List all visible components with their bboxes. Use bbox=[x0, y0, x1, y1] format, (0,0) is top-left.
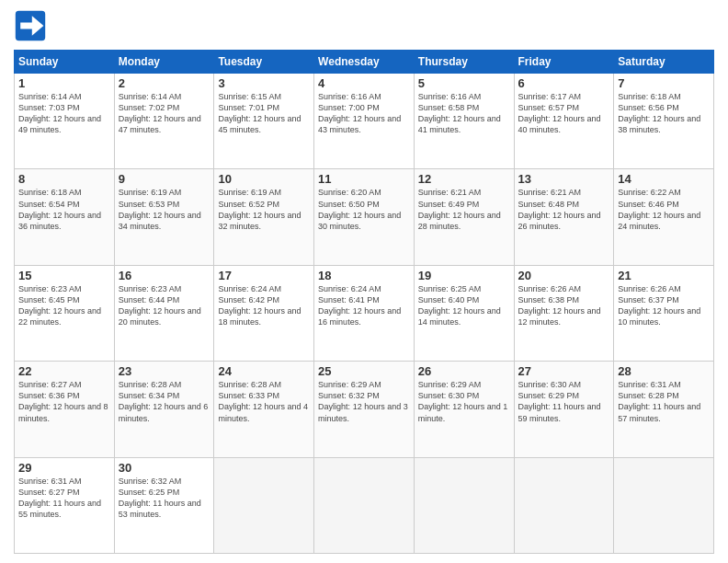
day-info: Sunrise: 6:24 AMSunset: 6:42 PMDaylight:… bbox=[218, 283, 310, 328]
calendar-day-cell: 25 Sunrise: 6:29 AMSunset: 6:32 PMDaylig… bbox=[314, 362, 415, 457]
day-number: 13 bbox=[518, 172, 610, 186]
calendar-day-cell: 17 Sunrise: 6:24 AMSunset: 6:42 PMDaylig… bbox=[214, 265, 314, 361]
calendar-day-cell: 21 Sunrise: 6:26 AMSunset: 6:37 PMDaylig… bbox=[614, 265, 714, 361]
calendar-day-cell: 14 Sunrise: 6:22 AMSunset: 6:46 PMDaylig… bbox=[614, 169, 714, 265]
page: SundayMondayTuesdayWednesdayThursdayFrid… bbox=[0, 0, 728, 563]
day-info: Sunrise: 6:17 AMSunset: 6:57 PMDaylight:… bbox=[518, 91, 610, 136]
calendar-day-cell: 8 Sunrise: 6:18 AMSunset: 6:54 PMDayligh… bbox=[15, 169, 115, 265]
day-info: Sunrise: 6:14 AMSunset: 7:03 PMDaylight:… bbox=[18, 91, 110, 136]
day-number: 8 bbox=[18, 172, 110, 186]
calendar-day-cell: 2 Sunrise: 6:14 AMSunset: 7:02 PMDayligh… bbox=[114, 74, 214, 169]
day-number: 5 bbox=[418, 76, 510, 90]
header bbox=[14, 9, 714, 42]
day-number: 11 bbox=[318, 172, 410, 186]
day-number: 29 bbox=[18, 461, 110, 475]
logo-icon bbox=[14, 9, 47, 42]
day-info: Sunrise: 6:29 AMSunset: 6:32 PMDaylight:… bbox=[318, 379, 410, 424]
calendar-day-cell: 11 Sunrise: 6:20 AMSunset: 6:50 PMDaylig… bbox=[314, 169, 415, 265]
calendar-day-cell: 18 Sunrise: 6:24 AMSunset: 6:41 PMDaylig… bbox=[314, 265, 415, 361]
day-number: 14 bbox=[618, 172, 710, 186]
day-number: 10 bbox=[218, 172, 310, 186]
calendar-day-cell bbox=[414, 457, 514, 553]
calendar-day-cell: 28 Sunrise: 6:31 AMSunset: 6:28 PMDaylig… bbox=[614, 362, 714, 457]
calendar-day-cell: 12 Sunrise: 6:21 AMSunset: 6:49 PMDaylig… bbox=[414, 169, 514, 265]
calendar-day-cell: 5 Sunrise: 6:16 AMSunset: 6:58 PMDayligh… bbox=[414, 74, 514, 169]
weekday-header-cell: Tuesday bbox=[214, 51, 314, 74]
weekday-header-cell: Thursday bbox=[414, 51, 514, 74]
day-number: 4 bbox=[318, 76, 410, 90]
calendar-week-row: 22 Sunrise: 6:27 AMSunset: 6:36 PMDaylig… bbox=[15, 362, 714, 457]
weekday-header-cell: Wednesday bbox=[314, 51, 415, 74]
calendar-body: 1 Sunrise: 6:14 AMSunset: 7:03 PMDayligh… bbox=[15, 74, 714, 554]
day-info: Sunrise: 6:18 AMSunset: 6:54 PMDaylight:… bbox=[18, 187, 110, 232]
calendar-day-cell bbox=[314, 457, 415, 553]
calendar-day-cell: 9 Sunrise: 6:19 AMSunset: 6:53 PMDayligh… bbox=[114, 169, 214, 265]
day-number: 15 bbox=[18, 269, 110, 282]
calendar-day-cell: 29 Sunrise: 6:31 AMSunset: 6:27 PMDaylig… bbox=[15, 457, 115, 553]
day-info: Sunrise: 6:22 AMSunset: 6:46 PMDaylight:… bbox=[618, 187, 710, 232]
day-info: Sunrise: 6:29 AMSunset: 6:30 PMDaylight:… bbox=[418, 379, 510, 424]
calendar-day-cell: 20 Sunrise: 6:26 AMSunset: 6:38 PMDaylig… bbox=[514, 265, 614, 361]
day-info: Sunrise: 6:26 AMSunset: 6:37 PMDaylight:… bbox=[618, 283, 710, 328]
day-info: Sunrise: 6:16 AMSunset: 7:00 PMDaylight:… bbox=[318, 91, 410, 136]
calendar-day-cell: 3 Sunrise: 6:15 AMSunset: 7:01 PMDayligh… bbox=[214, 74, 314, 169]
day-number: 20 bbox=[518, 269, 610, 282]
day-number: 18 bbox=[318, 269, 410, 282]
day-number: 28 bbox=[618, 364, 710, 378]
day-info: Sunrise: 6:23 AMSunset: 6:45 PMDaylight:… bbox=[18, 283, 110, 328]
day-number: 26 bbox=[418, 364, 510, 378]
day-number: 17 bbox=[218, 269, 310, 282]
logo bbox=[14, 9, 52, 42]
weekday-header-cell: Saturday bbox=[614, 51, 714, 74]
calendar-day-cell: 24 Sunrise: 6:28 AMSunset: 6:33 PMDaylig… bbox=[214, 362, 314, 457]
day-number: 22 bbox=[18, 364, 110, 378]
day-info: Sunrise: 6:31 AMSunset: 6:27 PMDaylight:… bbox=[18, 476, 110, 521]
calendar-day-cell: 26 Sunrise: 6:29 AMSunset: 6:30 PMDaylig… bbox=[414, 362, 514, 457]
calendar-day-cell: 15 Sunrise: 6:23 AMSunset: 6:45 PMDaylig… bbox=[15, 265, 115, 361]
day-info: Sunrise: 6:27 AMSunset: 6:36 PMDaylight:… bbox=[18, 379, 110, 424]
day-number: 12 bbox=[418, 172, 510, 186]
calendar-day-cell: 19 Sunrise: 6:25 AMSunset: 6:40 PMDaylig… bbox=[414, 265, 514, 361]
day-info: Sunrise: 6:30 AMSunset: 6:29 PMDaylight:… bbox=[518, 379, 610, 424]
day-info: Sunrise: 6:26 AMSunset: 6:38 PMDaylight:… bbox=[518, 283, 610, 328]
day-number: 27 bbox=[518, 364, 610, 378]
day-number: 1 bbox=[18, 76, 110, 90]
calendar-day-cell: 7 Sunrise: 6:18 AMSunset: 6:56 PMDayligh… bbox=[614, 74, 714, 169]
weekday-header-row: SundayMondayTuesdayWednesdayThursdayFrid… bbox=[15, 51, 714, 74]
day-info: Sunrise: 6:16 AMSunset: 6:58 PMDaylight:… bbox=[418, 91, 510, 136]
day-number: 7 bbox=[618, 76, 710, 90]
day-number: 9 bbox=[119, 172, 210, 186]
weekday-header-cell: Monday bbox=[114, 51, 214, 74]
calendar-day-cell: 23 Sunrise: 6:28 AMSunset: 6:34 PMDaylig… bbox=[114, 362, 214, 457]
day-info: Sunrise: 6:21 AMSunset: 6:48 PMDaylight:… bbox=[518, 187, 610, 232]
calendar-day-cell bbox=[514, 457, 614, 553]
day-info: Sunrise: 6:25 AMSunset: 6:40 PMDaylight:… bbox=[418, 283, 510, 328]
calendar-day-cell: 1 Sunrise: 6:14 AMSunset: 7:03 PMDayligh… bbox=[15, 74, 115, 169]
day-info: Sunrise: 6:31 AMSunset: 6:28 PMDaylight:… bbox=[618, 379, 710, 424]
day-number: 23 bbox=[119, 364, 210, 378]
day-info: Sunrise: 6:18 AMSunset: 6:56 PMDaylight:… bbox=[618, 91, 710, 136]
calendar-day-cell: 27 Sunrise: 6:30 AMSunset: 6:29 PMDaylig… bbox=[514, 362, 614, 457]
day-info: Sunrise: 6:15 AMSunset: 7:01 PMDaylight:… bbox=[218, 91, 310, 136]
calendar-day-cell: 6 Sunrise: 6:17 AMSunset: 6:57 PMDayligh… bbox=[514, 74, 614, 169]
weekday-header-cell: Sunday bbox=[15, 51, 115, 74]
day-info: Sunrise: 6:20 AMSunset: 6:50 PMDaylight:… bbox=[318, 187, 410, 232]
calendar-week-row: 1 Sunrise: 6:14 AMSunset: 7:03 PMDayligh… bbox=[15, 74, 714, 169]
calendar-day-cell: 30 Sunrise: 6:32 AMSunset: 6:25 PMDaylig… bbox=[114, 457, 214, 553]
day-info: Sunrise: 6:19 AMSunset: 6:52 PMDaylight:… bbox=[218, 187, 310, 232]
day-info: Sunrise: 6:21 AMSunset: 6:49 PMDaylight:… bbox=[418, 187, 510, 232]
day-number: 3 bbox=[218, 76, 310, 90]
calendar-week-row: 8 Sunrise: 6:18 AMSunset: 6:54 PMDayligh… bbox=[15, 169, 714, 265]
day-number: 30 bbox=[119, 461, 210, 475]
day-number: 19 bbox=[418, 269, 510, 282]
calendar-day-cell: 22 Sunrise: 6:27 AMSunset: 6:36 PMDaylig… bbox=[15, 362, 115, 457]
day-info: Sunrise: 6:23 AMSunset: 6:44 PMDaylight:… bbox=[119, 283, 210, 328]
day-info: Sunrise: 6:24 AMSunset: 6:41 PMDaylight:… bbox=[318, 283, 410, 328]
day-number: 21 bbox=[618, 269, 710, 282]
day-info: Sunrise: 6:14 AMSunset: 7:02 PMDaylight:… bbox=[119, 91, 210, 136]
day-info: Sunrise: 6:19 AMSunset: 6:53 PMDaylight:… bbox=[119, 187, 210, 232]
day-info: Sunrise: 6:32 AMSunset: 6:25 PMDaylight:… bbox=[119, 476, 210, 521]
day-number: 2 bbox=[119, 76, 210, 90]
day-info: Sunrise: 6:28 AMSunset: 6:33 PMDaylight:… bbox=[218, 379, 310, 424]
calendar-week-row: 15 Sunrise: 6:23 AMSunset: 6:45 PMDaylig… bbox=[15, 265, 714, 361]
